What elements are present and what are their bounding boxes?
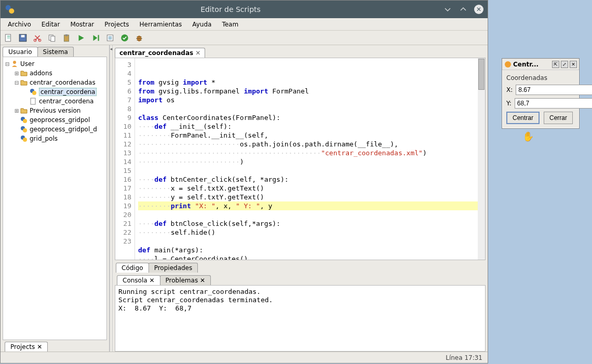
titlebar[interactable]: Editor de Scripts ✕ [1, 1, 488, 18]
python-file-icon [20, 134, 28, 143]
menu-projects[interactable]: Projects [99, 19, 134, 30]
cerrar-button[interactable]: Cerrar [544, 112, 573, 124]
dialog-close-icon[interactable]: ✕ [570, 61, 577, 68]
svg-rect-11 [98, 35, 99, 41]
tab-consola[interactable]: Consola ✕ [117, 275, 160, 285]
tree-item-geoprocess1[interactable]: geoprocess_gridpol [14, 115, 105, 125]
window-title: Editor de Scripts [18, 5, 443, 14]
dialog-max-icon[interactable]: ⤢ [561, 61, 568, 68]
code-editor[interactable]: 34567891011121314151617181920212223 from… [115, 58, 486, 260]
console-panel: Consola ✕ Problemas ✕ Running script cen… [115, 274, 486, 352]
tab-codigo[interactable]: Código [116, 263, 149, 273]
close-button[interactable]: ✕ [474, 5, 483, 14]
svg-rect-8 [51, 36, 55, 41]
centrar-button[interactable]: Centrar [506, 112, 540, 124]
tab-sistema[interactable]: Sistema [37, 47, 74, 57]
svg-rect-18 [31, 98, 35, 104]
list-icon[interactable] [105, 33, 115, 43]
line-gutter: 34567891011121314151617181920212223 [115, 58, 135, 260]
tree-item-gridpols[interactable]: grid_pols [14, 134, 105, 143]
y-label: Y: [506, 100, 512, 107]
svg-point-25 [505, 61, 511, 68]
tree-item-geoprocess2[interactable]: geoprocess_gridpol_d [14, 125, 105, 134]
project-tree[interactable]: ⊟ User ⊞ addons ⊟ centrar_co [3, 57, 107, 340]
coordinates-dialog[interactable]: Centr... ⇱ ⤢ ✕ Coordenadas X: Y: Centrar… [502, 58, 580, 129]
y-input[interactable] [515, 98, 592, 109]
tree-item-centrar-doc[interactable]: centrar_coordena [23, 97, 105, 106]
python-icon [5, 4, 15, 15]
close-icon[interactable]: ✕ [149, 277, 154, 284]
check-icon[interactable] [120, 33, 129, 43]
folder-icon [20, 69, 28, 77]
menu-herramientas[interactable]: Herramientas [134, 19, 187, 30]
tree-item-centrar-folder[interactable]: ⊟ centrar_coordenadas [14, 78, 105, 87]
menu-editar[interactable]: Editar [36, 19, 65, 30]
app-icon [504, 61, 512, 68]
editor-area: centrar_coordenadas ✕ 345678910111213141… [113, 45, 488, 352]
python-file-icon [29, 88, 37, 96]
save-icon[interactable] [18, 33, 28, 43]
x-label: X: [506, 86, 513, 93]
run-icon[interactable] [76, 33, 86, 43]
dialog-restore-icon[interactable]: ⇱ [552, 61, 559, 68]
script-editor-window: Editor de Scripts ✕ Archivo Editar Mostr… [0, 0, 488, 363]
svg-rect-10 [65, 34, 68, 36]
code-text[interactable]: from gvsig import *from gvsig.libs.formp… [135, 58, 485, 260]
menu-ayuda[interactable]: Ayuda [187, 19, 217, 30]
statusbar: Línea 17:31 [1, 352, 488, 363]
toolbar [1, 31, 488, 45]
svg-point-15 [13, 61, 16, 64]
menu-archivo[interactable]: Archivo [3, 19, 36, 30]
maximize-button[interactable] [459, 5, 468, 14]
new-file-icon[interactable] [4, 33, 13, 43]
close-icon[interactable]: ✕ [37, 343, 42, 350]
dialog-titlebar[interactable]: Centr... ⇱ ⤢ ✕ [502, 59, 579, 70]
scrollbar[interactable] [478, 58, 485, 260]
python-file-icon [20, 125, 28, 133]
cut-icon[interactable] [33, 33, 42, 43]
folder-icon [20, 106, 28, 115]
editor-tab-centrar[interactable]: centrar_coordenadas ✕ [115, 48, 205, 58]
close-tab-icon[interactable]: ✕ [195, 49, 200, 57]
svg-rect-4 [21, 35, 25, 37]
debug-icon[interactable] [134, 33, 144, 43]
tree-item-addons[interactable]: ⊞ addons [14, 69, 105, 78]
svg-point-22 [23, 128, 27, 132]
svg-point-24 [23, 138, 27, 142]
tree-item-centrar-py[interactable]: centrar_coordena [23, 87, 105, 97]
menu-team[interactable]: Team [217, 19, 244, 30]
dialog-subtitle: Coordenadas [506, 74, 575, 82]
console-output[interactable]: Running script centrar_coordenadas. Scri… [115, 285, 486, 352]
sidebar: Usuario Sistema ⊟ User ⊞ addons [1, 45, 110, 352]
tree-item-previous[interactable]: ⊞ Previous version [14, 106, 105, 115]
folder-open-icon [20, 78, 28, 87]
tab-projects[interactable]: Projects ✕ [5, 342, 48, 352]
menu-mostrar[interactable]: Mostrar [65, 19, 99, 30]
x-input[interactable] [516, 85, 592, 95]
svg-point-17 [32, 91, 36, 95]
cursor-position: Línea 17:31 [446, 354, 482, 361]
menubar: Archivo Editar Mostrar Projects Herramie… [1, 18, 488, 31]
tab-usuario[interactable]: Usuario [3, 47, 38, 57]
document-icon [29, 97, 37, 105]
cursor-icon: ✋ [522, 131, 534, 142]
tab-problemas[interactable]: Problemas ✕ [160, 275, 211, 285]
run-step-icon[interactable] [91, 33, 100, 43]
copy-icon[interactable] [47, 33, 57, 43]
svg-point-1 [9, 8, 14, 14]
close-icon[interactable]: ✕ [200, 277, 205, 284]
python-file-icon [20, 116, 28, 124]
tab-propiedades[interactable]: Propiedades [149, 263, 198, 273]
minimize-button[interactable] [443, 5, 452, 14]
tree-root[interactable]: ⊟ User [4, 59, 105, 69]
svg-point-20 [23, 119, 27, 123]
paste-icon[interactable] [62, 33, 71, 43]
user-icon [10, 60, 19, 68]
